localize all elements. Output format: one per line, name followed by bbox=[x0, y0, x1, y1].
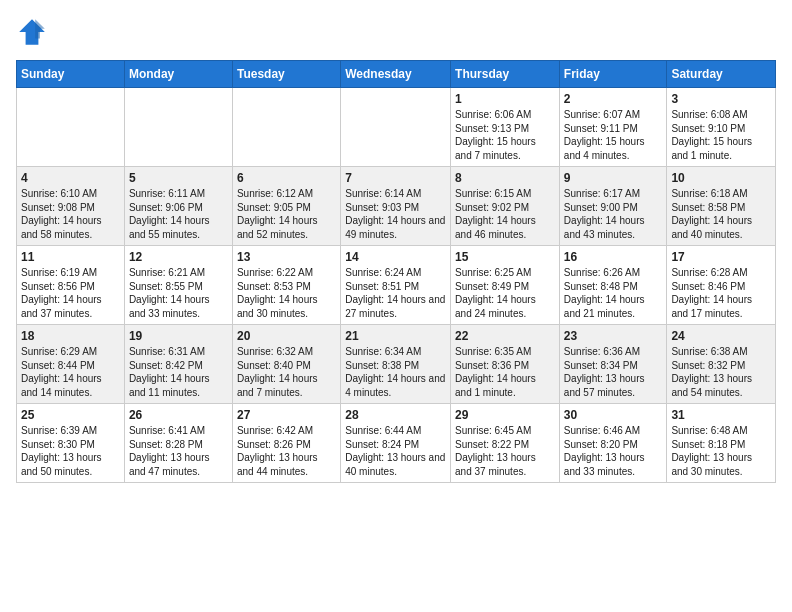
calendar-cell: 9Sunrise: 6:17 AM Sunset: 9:00 PM Daylig… bbox=[559, 167, 667, 246]
calendar-cell: 13Sunrise: 6:22 AM Sunset: 8:53 PM Dayli… bbox=[232, 246, 340, 325]
day-info: Sunrise: 6:17 AM Sunset: 9:00 PM Dayligh… bbox=[564, 187, 663, 241]
calendar-cell: 30Sunrise: 6:46 AM Sunset: 8:20 PM Dayli… bbox=[559, 404, 667, 483]
day-info: Sunrise: 6:38 AM Sunset: 8:32 PM Dayligh… bbox=[671, 345, 771, 399]
calendar-cell: 10Sunrise: 6:18 AM Sunset: 8:58 PM Dayli… bbox=[667, 167, 776, 246]
day-number: 19 bbox=[129, 329, 228, 343]
day-number: 17 bbox=[671, 250, 771, 264]
day-number: 2 bbox=[564, 92, 663, 106]
day-number: 5 bbox=[129, 171, 228, 185]
day-number: 15 bbox=[455, 250, 555, 264]
calendar-cell: 27Sunrise: 6:42 AM Sunset: 8:26 PM Dayli… bbox=[232, 404, 340, 483]
day-number: 6 bbox=[237, 171, 336, 185]
calendar-cell: 31Sunrise: 6:48 AM Sunset: 8:18 PM Dayli… bbox=[667, 404, 776, 483]
day-number: 29 bbox=[455, 408, 555, 422]
day-number: 13 bbox=[237, 250, 336, 264]
day-number: 22 bbox=[455, 329, 555, 343]
day-info: Sunrise: 6:28 AM Sunset: 8:46 PM Dayligh… bbox=[671, 266, 771, 320]
calendar-cell bbox=[124, 88, 232, 167]
day-info: Sunrise: 6:45 AM Sunset: 8:22 PM Dayligh… bbox=[455, 424, 555, 478]
calendar-cell: 18Sunrise: 6:29 AM Sunset: 8:44 PM Dayli… bbox=[17, 325, 125, 404]
day-number: 18 bbox=[21, 329, 120, 343]
calendar-cell bbox=[341, 88, 451, 167]
day-number: 1 bbox=[455, 92, 555, 106]
calendar-week-5: 25Sunrise: 6:39 AM Sunset: 8:30 PM Dayli… bbox=[17, 404, 776, 483]
calendar-cell: 15Sunrise: 6:25 AM Sunset: 8:49 PM Dayli… bbox=[451, 246, 560, 325]
calendar-cell: 4Sunrise: 6:10 AM Sunset: 9:08 PM Daylig… bbox=[17, 167, 125, 246]
day-header-wednesday: Wednesday bbox=[341, 61, 451, 88]
day-number: 3 bbox=[671, 92, 771, 106]
logo-icon bbox=[16, 16, 48, 48]
day-info: Sunrise: 6:22 AM Sunset: 8:53 PM Dayligh… bbox=[237, 266, 336, 320]
calendar-cell: 21Sunrise: 6:34 AM Sunset: 8:38 PM Dayli… bbox=[341, 325, 451, 404]
day-info: Sunrise: 6:18 AM Sunset: 8:58 PM Dayligh… bbox=[671, 187, 771, 241]
day-info: Sunrise: 6:41 AM Sunset: 8:28 PM Dayligh… bbox=[129, 424, 228, 478]
calendar-cell: 5Sunrise: 6:11 AM Sunset: 9:06 PM Daylig… bbox=[124, 167, 232, 246]
svg-marker-1 bbox=[35, 19, 45, 38]
calendar-cell: 16Sunrise: 6:26 AM Sunset: 8:48 PM Dayli… bbox=[559, 246, 667, 325]
day-number: 30 bbox=[564, 408, 663, 422]
day-header-monday: Monday bbox=[124, 61, 232, 88]
calendar-week-1: 1Sunrise: 6:06 AM Sunset: 9:13 PM Daylig… bbox=[17, 88, 776, 167]
calendar-cell: 2Sunrise: 6:07 AM Sunset: 9:11 PM Daylig… bbox=[559, 88, 667, 167]
day-number: 28 bbox=[345, 408, 446, 422]
day-info: Sunrise: 6:11 AM Sunset: 9:06 PM Dayligh… bbox=[129, 187, 228, 241]
day-header-friday: Friday bbox=[559, 61, 667, 88]
calendar-week-3: 11Sunrise: 6:19 AM Sunset: 8:56 PM Dayli… bbox=[17, 246, 776, 325]
day-info: Sunrise: 6:39 AM Sunset: 8:30 PM Dayligh… bbox=[21, 424, 120, 478]
calendar-cell: 23Sunrise: 6:36 AM Sunset: 8:34 PM Dayli… bbox=[559, 325, 667, 404]
day-number: 23 bbox=[564, 329, 663, 343]
day-number: 24 bbox=[671, 329, 771, 343]
day-number: 12 bbox=[129, 250, 228, 264]
day-info: Sunrise: 6:36 AM Sunset: 8:34 PM Dayligh… bbox=[564, 345, 663, 399]
calendar-week-2: 4Sunrise: 6:10 AM Sunset: 9:08 PM Daylig… bbox=[17, 167, 776, 246]
calendar-cell: 11Sunrise: 6:19 AM Sunset: 8:56 PM Dayli… bbox=[17, 246, 125, 325]
day-info: Sunrise: 6:25 AM Sunset: 8:49 PM Dayligh… bbox=[455, 266, 555, 320]
day-number: 10 bbox=[671, 171, 771, 185]
day-info: Sunrise: 6:35 AM Sunset: 8:36 PM Dayligh… bbox=[455, 345, 555, 399]
day-number: 8 bbox=[455, 171, 555, 185]
day-number: 26 bbox=[129, 408, 228, 422]
day-info: Sunrise: 6:32 AM Sunset: 8:40 PM Dayligh… bbox=[237, 345, 336, 399]
day-info: Sunrise: 6:06 AM Sunset: 9:13 PM Dayligh… bbox=[455, 108, 555, 162]
day-info: Sunrise: 6:21 AM Sunset: 8:55 PM Dayligh… bbox=[129, 266, 228, 320]
calendar-cell bbox=[17, 88, 125, 167]
calendar-header: SundayMondayTuesdayWednesdayThursdayFrid… bbox=[17, 61, 776, 88]
svg-marker-0 bbox=[19, 19, 45, 45]
day-info: Sunrise: 6:14 AM Sunset: 9:03 PM Dayligh… bbox=[345, 187, 446, 241]
day-info: Sunrise: 6:07 AM Sunset: 9:11 PM Dayligh… bbox=[564, 108, 663, 162]
calendar-cell: 6Sunrise: 6:12 AM Sunset: 9:05 PM Daylig… bbox=[232, 167, 340, 246]
calendar-cell: 20Sunrise: 6:32 AM Sunset: 8:40 PM Dayli… bbox=[232, 325, 340, 404]
days-of-week-row: SundayMondayTuesdayWednesdayThursdayFrid… bbox=[17, 61, 776, 88]
day-header-sunday: Sunday bbox=[17, 61, 125, 88]
calendar-cell: 1Sunrise: 6:06 AM Sunset: 9:13 PM Daylig… bbox=[451, 88, 560, 167]
day-number: 7 bbox=[345, 171, 446, 185]
day-number: 14 bbox=[345, 250, 446, 264]
calendar-cell: 3Sunrise: 6:08 AM Sunset: 9:10 PM Daylig… bbox=[667, 88, 776, 167]
day-info: Sunrise: 6:31 AM Sunset: 8:42 PM Dayligh… bbox=[129, 345, 228, 399]
logo bbox=[16, 16, 52, 48]
calendar-week-4: 18Sunrise: 6:29 AM Sunset: 8:44 PM Dayli… bbox=[17, 325, 776, 404]
calendar-cell: 19Sunrise: 6:31 AM Sunset: 8:42 PM Dayli… bbox=[124, 325, 232, 404]
day-info: Sunrise: 6:29 AM Sunset: 8:44 PM Dayligh… bbox=[21, 345, 120, 399]
calendar-cell: 17Sunrise: 6:28 AM Sunset: 8:46 PM Dayli… bbox=[667, 246, 776, 325]
calendar-table: SundayMondayTuesdayWednesdayThursdayFrid… bbox=[16, 60, 776, 483]
day-number: 16 bbox=[564, 250, 663, 264]
day-info: Sunrise: 6:08 AM Sunset: 9:10 PM Dayligh… bbox=[671, 108, 771, 162]
day-number: 21 bbox=[345, 329, 446, 343]
calendar-cell: 28Sunrise: 6:44 AM Sunset: 8:24 PM Dayli… bbox=[341, 404, 451, 483]
day-info: Sunrise: 6:42 AM Sunset: 8:26 PM Dayligh… bbox=[237, 424, 336, 478]
day-info: Sunrise: 6:44 AM Sunset: 8:24 PM Dayligh… bbox=[345, 424, 446, 478]
day-info: Sunrise: 6:26 AM Sunset: 8:48 PM Dayligh… bbox=[564, 266, 663, 320]
day-number: 9 bbox=[564, 171, 663, 185]
calendar-body: 1Sunrise: 6:06 AM Sunset: 9:13 PM Daylig… bbox=[17, 88, 776, 483]
day-header-saturday: Saturday bbox=[667, 61, 776, 88]
day-info: Sunrise: 6:12 AM Sunset: 9:05 PM Dayligh… bbox=[237, 187, 336, 241]
calendar-cell: 12Sunrise: 6:21 AM Sunset: 8:55 PM Dayli… bbox=[124, 246, 232, 325]
calendar-cell: 22Sunrise: 6:35 AM Sunset: 8:36 PM Dayli… bbox=[451, 325, 560, 404]
calendar-cell: 29Sunrise: 6:45 AM Sunset: 8:22 PM Dayli… bbox=[451, 404, 560, 483]
day-info: Sunrise: 6:10 AM Sunset: 9:08 PM Dayligh… bbox=[21, 187, 120, 241]
calendar-cell: 14Sunrise: 6:24 AM Sunset: 8:51 PM Dayli… bbox=[341, 246, 451, 325]
day-header-thursday: Thursday bbox=[451, 61, 560, 88]
calendar-cell: 8Sunrise: 6:15 AM Sunset: 9:02 PM Daylig… bbox=[451, 167, 560, 246]
calendar-cell: 25Sunrise: 6:39 AM Sunset: 8:30 PM Dayli… bbox=[17, 404, 125, 483]
